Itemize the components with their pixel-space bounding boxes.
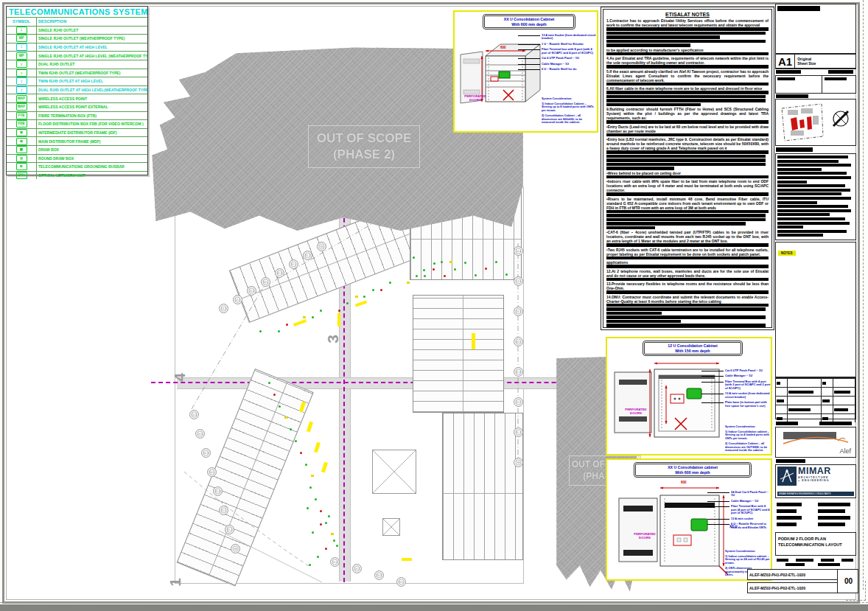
note-line: •Two RJ45 sockets with CAT-6 cable termi…: [606, 248, 769, 260]
redacted-text-bar: [825, 77, 847, 80]
revision-table-cell: [833, 405, 855, 413]
grid-bubble: 31-L: [219, 506, 228, 515]
redacted-text-bar: [606, 95, 766, 99]
redacted-text-bar: [606, 99, 766, 102]
legend-symbol-cell: WP: [7, 35, 37, 43]
note-line: [606, 222, 769, 226]
redacted-text-bar: [822, 382, 827, 385]
redacted-text-bar: [606, 150, 769, 154]
redacted-text-bar: [777, 164, 851, 167]
cabinet-label: 24 Dual Cat 6 Patch Panel – 1U: [731, 491, 771, 497]
note-line: [606, 163, 769, 167]
perforated-line2: DOORS: [461, 98, 490, 102]
leader-line: [518, 64, 540, 65]
grid-bubble: 14-4: [219, 304, 228, 313]
note-line: •Wires behind to be placed on ceiling do…: [606, 171, 769, 179]
cabinet-label: 1 U – Rotatile Shelf for Etisalat: [542, 43, 596, 46]
legend-row: WP SINGLE RJ45 OUTLET AT HIGH LEVEL (WEA…: [7, 51, 147, 60]
redacted-text-bar: [777, 230, 847, 233]
redacted-text-bar: [818, 563, 840, 566]
note-line: [606, 95, 769, 99]
north-arrow-icon: [833, 111, 848, 126]
redacted-text-bar: [777, 176, 851, 179]
legend-symbol-icon: ⊠: [16, 138, 27, 145]
revision-table-cell: [788, 405, 821, 413]
redacted-text-bar: [606, 218, 766, 222]
note-line: 5.If the exact amount already clarified …: [606, 69, 769, 86]
legend-symbol-icon: WAP: [16, 95, 27, 102]
leader-line: [707, 506, 729, 507]
redacted-text-bar: [818, 503, 850, 506]
legend-row: FTB FIBRE TERMINATION BOX (FTB): [7, 111, 147, 120]
legend-symbol-icon: ONU: [16, 172, 27, 179]
note-text: •Risers to be maintained, install minimu…: [606, 197, 769, 210]
redacted-text-bar: [818, 523, 845, 526]
etisalat-notes-panel: ETISALAT NOTES 1.Contractor has to appro…: [603, 9, 772, 328]
page-corner-guide: [846, 581, 866, 601]
notes-header: NOTES: [778, 251, 796, 256]
telecom-outlet-symbol: [312, 316, 314, 318]
legend-symbol-icon: ⌶: [16, 43, 27, 51]
redacted-text-bar: [606, 175, 769, 179]
legend-row: ╥ DUAL RJ45 OUTLET: [7, 60, 147, 69]
redacted-text-bar: [785, 563, 805, 566]
redacted-row: [775, 501, 856, 508]
etisalat-notes-title: ETISALAT NOTES: [606, 12, 769, 17]
redacted-row: [775, 514, 856, 521]
redacted-text-bar: [777, 6, 820, 11]
redacted-text-bar: [777, 217, 845, 220]
redacted-text-bar: [606, 40, 766, 43]
cabinet-label-text: Fiber Terminal Box with 4 port (with 2 p…: [725, 380, 771, 390]
grid-bubble: 31-L: [289, 259, 298, 269]
cabinet-label-text: 6 U – Rotatile Reserved to hold du and E…: [731, 523, 771, 529]
legend-row: ONU OPTICAL NETWORK UNIT: [7, 171, 147, 180]
telecom-outlet-symbol: [295, 440, 297, 442]
redacted-text-bar: [606, 226, 655, 230]
redacted-text-bar: [606, 214, 766, 217]
sheet-size-box: A1 Original Sheet Size: [775, 54, 856, 69]
telecom-outlet-symbol: [331, 533, 334, 535]
cabinet-label-text: 13 A twin socket: [731, 517, 753, 520]
redacted-text-bar: [777, 516, 802, 520]
note-text: •Two RJ45 sockets with CAT-6 cable termi…: [606, 248, 769, 256]
cabinet-labels: 13 A twin Socket (from dedicated circuit…: [542, 34, 596, 71]
revision-table-cell: [776, 397, 788, 405]
legend-symbol-cell: ⊠: [7, 137, 37, 145]
note-text: 1.Contractor has to approach Etisalat Ut…: [606, 18, 769, 27]
telecom-outlet-symbol: [311, 475, 314, 477]
legend-description: FLOOR DISTRIBUTION BOX FDB (FOR VIDEO IN…: [37, 122, 147, 126]
note-line: [606, 324, 769, 327]
redacted-text-bar: [776, 147, 813, 152]
sheet-size-caption: Original Sheet Size: [795, 57, 816, 66]
redacted-text-bar: [834, 391, 850, 394]
cabinet-label-text: Cable Manager – 1U: [542, 63, 569, 66]
redacted-text-bar: [606, 65, 769, 69]
project-info-redacted: [775, 501, 856, 531]
telecom-outlet-symbol: [363, 296, 365, 298]
leader-line: [707, 492, 729, 493]
redacted-text-bar: [821, 559, 834, 562]
perforated-line2: DOORS: [626, 536, 663, 540]
telecom-outlet-symbol: [312, 531, 314, 534]
redacted-text-bar: [828, 70, 853, 74]
legend-row: ◎ ROUND DRAW BOX: [7, 154, 147, 163]
redacted-text-bar: [606, 52, 769, 56]
legend-description: ROUND DRAW BOX: [37, 156, 147, 161]
redacted-text-bar: [606, 210, 769, 214]
mimar-subtitle1: ARCHITECTURE: [798, 476, 831, 479]
legend-description: DRAW BOX: [37, 147, 147, 152]
legend-row: FDB FLOOR DISTRIBUTION BOX FDB (FOR VIDE…: [7, 119, 147, 128]
grid-bubble: 31-J: [303, 251, 312, 260]
note-line: •Entry Ducts (Lead-ins) are to be laid a…: [606, 125, 769, 137]
sheet-size-label: A1: [776, 55, 795, 68]
telecom-outlet-symbol: [355, 296, 358, 298]
legend-symbol-cell: ⌶: [7, 43, 37, 52]
revision-table-cell: [822, 397, 833, 405]
telecom-outlet-symbol: [454, 268, 456, 270]
note-line: 4.As per Etisalat and TRA guideline, req…: [606, 56, 769, 69]
redacted-text-bar: [776, 70, 801, 74]
note-text: 9.Building contractor should furnish FTT…: [606, 107, 769, 120]
telecom-outlet-symbol: [413, 256, 415, 259]
cabinet-labels: Cat 6 UTP Patch Panel – 1U Cable Manager…: [725, 369, 771, 408]
grid-bubble: 24-3: [374, 570, 384, 580]
